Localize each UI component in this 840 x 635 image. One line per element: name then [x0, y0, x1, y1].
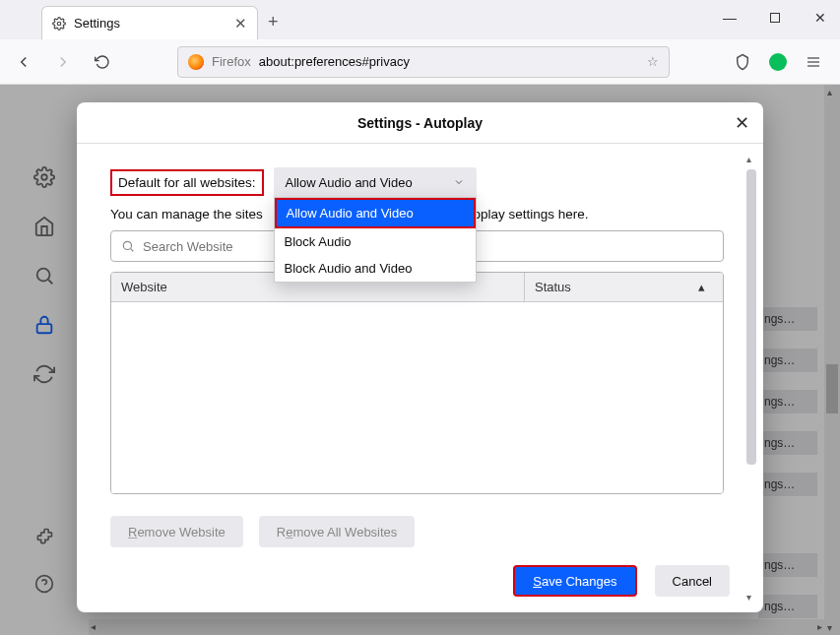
window-controls: — ✕ — [716, 4, 834, 32]
url-bar[interactable]: Firefox about:preferences#privacy ☆ — [177, 46, 670, 78]
remove-website-button[interactable]: Remove Website — [110, 516, 243, 547]
sort-arrow-icon: ▴ — [698, 280, 705, 294]
firefox-icon — [188, 54, 204, 70]
back-button[interactable] — [10, 48, 37, 76]
minimize-button[interactable]: — — [716, 4, 743, 32]
window-close-button[interactable]: ✕ — [807, 4, 834, 32]
autoplay-settings-modal: Settings - Autoplay ✕ Default for all we… — [77, 102, 763, 612]
navigation-toolbar: Firefox about:preferences#privacy ☆ — [0, 39, 840, 85]
gear-icon — [52, 17, 66, 31]
option-allow-audio-video[interactable]: Allow Audio and Video — [275, 198, 476, 228]
autoplay-default-dropdown: Allow Audio and Video Block Audio Block … — [274, 197, 477, 283]
exceptions-table: Website Status ▴ — [110, 272, 724, 494]
extension-badge-icon[interactable] — [769, 53, 787, 71]
default-for-all-label: Default for all websites: — [110, 169, 264, 196]
new-tab-button[interactable]: + — [268, 12, 279, 32]
modal-title: Settings - Autoplay — [357, 115, 483, 131]
svg-line-11 — [131, 249, 134, 252]
modal-header: Settings - Autoplay ✕ — [77, 102, 763, 144]
column-status[interactable]: Status ▴ — [525, 280, 723, 294]
url-prefix: Firefox — [212, 54, 251, 69]
forward-button[interactable] — [49, 48, 77, 76]
search-icon — [121, 239, 135, 253]
maximize-button[interactable] — [761, 4, 789, 32]
chevron-down-icon — [453, 176, 465, 188]
cancel-button[interactable]: Cancel — [655, 565, 730, 597]
save-changes-button[interactable]: Save Changes — [513, 565, 636, 597]
remove-all-websites-button[interactable]: Remove All Websites — [259, 516, 416, 547]
titlebar: Settings ✕ + — ✕ — [0, 0, 840, 39]
svg-point-0 — [57, 22, 61, 26]
option-block-audio[interactable]: Block Audio — [275, 228, 476, 255]
autoplay-default-select[interactable]: Allow Audio and Video — [274, 167, 477, 197]
app-menu-button[interactable] — [805, 53, 822, 71]
bookmark-star-icon[interactable]: ☆ — [647, 54, 659, 69]
svg-point-10 — [123, 241, 131, 249]
tab-title: Settings — [74, 16, 120, 31]
modal-scrollbar[interactable]: ▴ ▾ — [743, 154, 759, 603]
tab-close-button[interactable]: ✕ — [234, 15, 247, 32]
browser-tab[interactable]: Settings ✕ — [41, 6, 258, 39]
option-block-audio-video[interactable]: Block Audio and Video — [275, 255, 476, 282]
select-value: Allow Audio and Video — [286, 175, 413, 190]
reload-button[interactable] — [89, 48, 116, 76]
pocket-icon[interactable] — [734, 53, 751, 71]
url-text: about:preferences#privacy — [259, 54, 410, 69]
table-body-empty — [111, 302, 723, 493]
modal-close-button[interactable]: ✕ — [735, 112, 749, 134]
